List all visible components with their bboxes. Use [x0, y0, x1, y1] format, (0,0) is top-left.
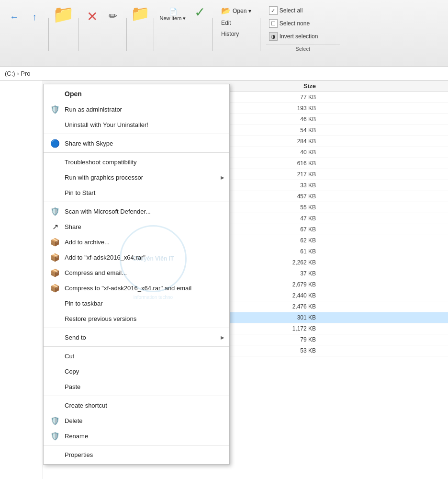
- invert-icon: ◑: [269, 32, 278, 41]
- new-folder-icon: 📁: [131, 4, 150, 23]
- new-item-button[interactable]: 📄 New item ▾: [156, 2, 190, 26]
- cm-icon-pin-taskbar: [49, 298, 61, 308]
- file-size: 33 KB: [273, 182, 321, 189]
- cm-item-compress-to-email[interactable]: 📦Compress to "xf-adsk2016_x64.rar" and e…: [44, 280, 229, 296]
- up-button[interactable]: ↑: [25, 5, 44, 29]
- cm-label: Run with graphics processor: [65, 174, 143, 181]
- open-group: 📂 Open ▾ Edit History: [214, 2, 258, 41]
- check-icon: ✓: [194, 4, 205, 20]
- history-button[interactable]: History: [218, 29, 254, 39]
- cm-item-share[interactable]: ↗Share: [44, 219, 229, 234]
- cm-item-troubleshoot[interactable]: Troubleshoot compatibility: [44, 154, 229, 170]
- file-size: 67 KB: [273, 226, 321, 233]
- cm-item-add-archive[interactable]: 📦Add to archive...: [44, 234, 229, 250]
- cm-icon-run-graphics: [49, 172, 61, 182]
- file-size: 2,679 KB: [273, 281, 321, 288]
- file-size: 40 KB: [273, 149, 321, 156]
- cm-item-create-shortcut[interactable]: Create shortcut: [44, 398, 229, 413]
- cm-icon-rename: 🛡️: [49, 431, 61, 441]
- cm-item-open[interactable]: Open: [44, 86, 229, 102]
- new-item-label: New item ▾: [160, 15, 186, 22]
- cm-separator: [44, 396, 229, 396]
- back-button[interactable]: ←: [5, 5, 24, 29]
- cm-icon-uninstall: [49, 120, 61, 129]
- sep4: [154, 18, 154, 51]
- sep5: [212, 18, 213, 51]
- select-none-icon: ☐: [269, 19, 278, 28]
- cm-icon-run-admin: 🛡️: [49, 104, 61, 114]
- cm-item-properties[interactable]: Properties: [44, 447, 229, 462]
- breadcrumb-text: (C:) › Pro: [5, 70, 30, 77]
- select-all-icon: ✓: [269, 6, 278, 15]
- file-size: 2,262 KB: [273, 259, 321, 266]
- file-size: 77 KB: [273, 94, 321, 101]
- cm-item-pin-taskbar[interactable]: Pin to taskbar: [44, 296, 229, 311]
- cm-label: Copy: [65, 368, 79, 375]
- cm-label: Restore previous versions: [65, 315, 136, 322]
- cm-item-add-rar[interactable]: 📦Add to "xf-adsk2016_x64.rar": [44, 250, 229, 265]
- file-size: 54 KB: [273, 127, 321, 134]
- cm-item-share-skype[interactable]: 🔵Share with Skype: [44, 136, 229, 151]
- cm-label: Create shortcut: [65, 402, 107, 409]
- new-item-icon: 📄: [169, 8, 177, 15]
- cm-label: Run as administrator: [65, 106, 122, 113]
- cm-submenu-arrow: ▶: [221, 175, 224, 180]
- file-size: 37 KB: [273, 270, 321, 277]
- cm-separator: [44, 134, 229, 134]
- cm-icon-pin-start: [49, 188, 61, 197]
- file-size: 79 KB: [273, 336, 321, 343]
- cm-item-restore-versions[interactable]: Restore previous versions: [44, 311, 229, 326]
- cm-item-delete[interactable]: 🛡️Delete: [44, 413, 229, 428]
- cm-label: Share with Skype: [65, 140, 113, 147]
- select-group-label: Select: [266, 45, 340, 52]
- cm-submenu-arrow: ▶: [221, 335, 224, 340]
- folder-icon: 📁: [53, 4, 74, 24]
- cm-item-uninstall[interactable]: Uninstall with Your Uninstaller!: [44, 117, 229, 132]
- edit-label: Edit: [221, 20, 231, 26]
- cm-icon-troubleshoot: [49, 157, 61, 167]
- cm-item-rename[interactable]: 🛡️Rename: [44, 428, 229, 444]
- folder-icon-area: 📁: [51, 2, 76, 26]
- sep3: [126, 18, 127, 51]
- invert-selection-button[interactable]: ◑ Invert selection: [266, 31, 340, 42]
- cm-icon-cut: [49, 351, 61, 361]
- cm-separator: [44, 152, 229, 153]
- toolbar: ← ↑ 📁 ✕ ✏ 📁 📄 New item ▾ ✓ 📂: [0, 0, 448, 67]
- sep2: [78, 18, 78, 51]
- cm-item-run-admin[interactable]: 🛡️Run as administrator: [44, 102, 229, 117]
- cm-label: Pin to Start: [65, 189, 95, 196]
- open-button[interactable]: 📂 Open ▾: [218, 5, 254, 17]
- cm-item-send-to[interactable]: Send to▶: [44, 330, 229, 345]
- cm-label: Add to archive...: [65, 239, 110, 246]
- edit-button[interactable]: Edit: [218, 18, 254, 28]
- cm-item-paste[interactable]: Paste: [44, 379, 229, 394]
- delete-button[interactable]: ✕: [82, 4, 101, 28]
- cm-item-cut[interactable]: Cut: [44, 348, 229, 364]
- select-group: ✓ Select all ☐ Select none ◑ Invert sele…: [262, 2, 344, 54]
- context-menu: Open🛡️Run as administratorUninstall with…: [43, 84, 230, 465]
- cm-icon-add-archive: 📦: [49, 237, 61, 247]
- select-all-button[interactable]: ✓ Select all: [266, 5, 340, 16]
- cm-separator: [44, 202, 229, 202]
- cm-icon-properties: [49, 450, 61, 459]
- open-icon: 📂: [221, 6, 231, 15]
- cm-item-run-graphics[interactable]: Run with graphics processor▶: [44, 170, 229, 185]
- select-none-button[interactable]: ☐ Select none: [266, 18, 340, 29]
- file-size: 61 KB: [273, 248, 321, 255]
- file-size: 2,476 KB: [273, 303, 321, 310]
- cm-item-scan[interactable]: 🛡️Scan with Microsoft Defender...: [44, 204, 229, 219]
- col-header-size: Size: [273, 82, 321, 90]
- cm-item-copy[interactable]: Copy: [44, 364, 229, 379]
- file-size: 193 KB: [273, 105, 321, 112]
- file-size: 62 KB: [273, 237, 321, 244]
- cm-label: Troubleshoot compatibility: [65, 159, 137, 166]
- cm-item-compress-email[interactable]: 📦Compress and email...: [44, 265, 229, 280]
- rename-button[interactable]: ✏: [103, 4, 123, 28]
- cm-icon-send-to: [49, 332, 61, 342]
- open-label: Open ▾: [233, 8, 251, 14]
- cm-icon-add-rar: 📦: [49, 252, 61, 262]
- cm-item-pin-start[interactable]: Pin to Start: [44, 185, 229, 200]
- file-size: 217 KB: [273, 171, 321, 178]
- edit-buttons: ✕ ✏: [80, 2, 124, 30]
- cm-icon-scan: 🛡️: [49, 206, 61, 216]
